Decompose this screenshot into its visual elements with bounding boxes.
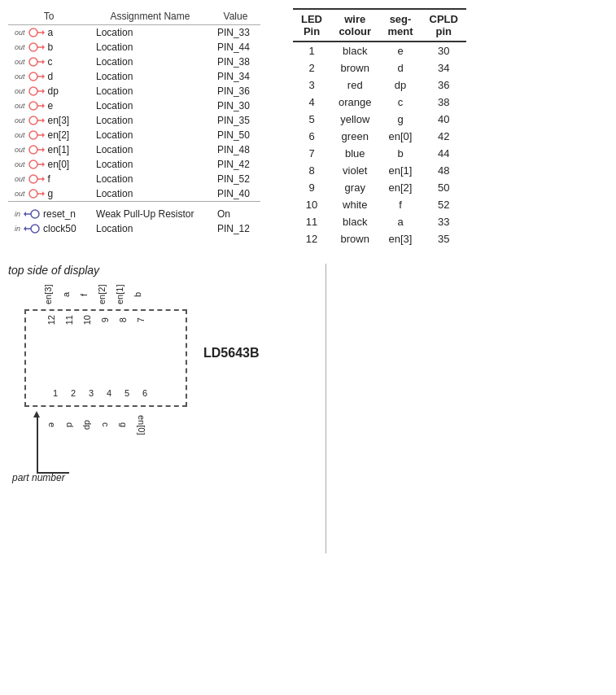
- row-assignment: Location: [90, 142, 211, 157]
- top-pin-label: en[1]: [111, 278, 129, 311]
- row-value: PIN_35: [211, 113, 260, 128]
- led-colour: brown: [330, 59, 379, 76]
- table-row: out f Location PIN_52: [8, 172, 260, 186]
- led-cpld: 50: [422, 179, 466, 196]
- bottom-pin-label: g: [111, 409, 129, 441]
- svg-point-36: [31, 210, 39, 218]
- table-row: out a Location PIN_33: [8, 25, 260, 41]
- led-cpld: 33: [422, 213, 466, 230]
- row-value: PIN_34: [211, 69, 260, 84]
- led-cpld: 30: [422, 42, 466, 59]
- svg-point-12: [29, 87, 37, 95]
- bottom-pin-label: e: [39, 409, 57, 441]
- svg-point-15: [29, 102, 37, 110]
- out-arrow-icon: [28, 101, 45, 111]
- row-name: out e: [8, 98, 90, 113]
- led-colour: black: [330, 213, 379, 230]
- led-colour: orange: [330, 94, 379, 111]
- led-table-row: 9 gray en[2] 50: [293, 179, 466, 196]
- led-pin: 4: [293, 94, 330, 111]
- led-cpld: 38: [422, 94, 466, 111]
- led-section: LEDPin wirecolour seg-ment CPLDpin 1 bla…: [277, 8, 466, 247]
- row-assignment: Location: [90, 186, 211, 202]
- led-pin: 10: [293, 196, 330, 213]
- out-arrow-icon: [28, 130, 45, 140]
- led-segment: en[3]: [379, 230, 421, 247]
- led-table-row: 3 red dp 36: [293, 76, 466, 94]
- table-row: out e Location PIN_30: [8, 98, 260, 113]
- led-pin: 3: [293, 76, 330, 94]
- chip-number-top: 8: [118, 315, 136, 325]
- svg-marker-20: [42, 118, 45, 123]
- svg-point-33: [29, 190, 37, 198]
- out-arrow-icon: [28, 160, 45, 169]
- svg-marker-41: [24, 226, 26, 231]
- bottom-pin-label: dp: [75, 409, 93, 441]
- col-assignment: Assignment Name: [90, 8, 211, 25]
- led-colour: black: [330, 42, 379, 59]
- row-name: out c: [8, 55, 90, 69]
- in-arrow-icon: [24, 209, 40, 219]
- bottom-pin-label: d: [57, 409, 75, 441]
- row-name: out a: [8, 25, 90, 41]
- col-value: Value: [211, 8, 260, 25]
- led-table-row: 8 violet en[1] 48: [293, 162, 466, 179]
- led-cpld: 34: [422, 59, 466, 76]
- led-colour: yellow: [330, 111, 379, 128]
- led-cpld: 35: [422, 230, 466, 247]
- svg-marker-14: [42, 89, 45, 94]
- out-arrow-icon: [28, 116, 45, 125]
- row-name: out en[1]: [8, 142, 90, 157]
- led-pin: 5: [293, 111, 330, 128]
- chip-diagram: en[3]afen[2]en[1]b 121110987 123456 LD56…: [8, 309, 260, 553]
- row-value: PIN_33: [211, 25, 260, 41]
- row-name: out en[2]: [8, 128, 90, 142]
- led-colour: red: [330, 76, 379, 94]
- led-colour: blue: [330, 145, 379, 162]
- led-cpld: 40: [422, 111, 466, 128]
- led-segment: d: [379, 59, 421, 76]
- led-table-row: 7 blue b 44: [293, 145, 466, 162]
- chip-number-top: 12: [46, 315, 64, 325]
- chip-number-top: 10: [82, 315, 100, 325]
- svg-marker-17: [42, 103, 45, 108]
- row-name: out dp: [8, 84, 90, 98]
- led-cpld: 36: [422, 76, 466, 94]
- led-pin: 8: [293, 162, 330, 179]
- out-arrow-icon: [28, 189, 45, 199]
- led-segment: f: [379, 196, 421, 213]
- model-label: LD5643B: [203, 346, 259, 361]
- chip-body: 121110987 123456: [24, 309, 187, 407]
- chip-number-bottom: 3: [82, 388, 100, 398]
- table-row: in reset_n Weak Pull-Up Resistor On: [8, 202, 260, 222]
- row-assignment: Location: [90, 221, 211, 236]
- table-row: out en[3] Location PIN_35: [8, 113, 260, 128]
- svg-point-6: [29, 58, 37, 66]
- row-assignment: Location: [90, 40, 211, 55]
- svg-marker-38: [24, 212, 26, 216]
- row-name: out b: [8, 40, 90, 55]
- led-table-row: 10 white f 52: [293, 196, 466, 213]
- svg-point-9: [29, 72, 37, 81]
- bottom-pin-label: en[0]: [129, 409, 146, 441]
- svg-marker-29: [42, 162, 45, 167]
- row-assignment: Weak Pull-Up Resistor: [90, 202, 211, 222]
- row-value: PIN_48: [211, 142, 260, 157]
- led-segment: e: [379, 42, 421, 59]
- chip-diagram-area: top side of display en[3]afen[2]en[1]b 1…: [8, 264, 285, 553]
- chip-number-bottom: 4: [100, 388, 118, 398]
- bottom-pin-labels: eddpcgen[0]: [39, 409, 146, 441]
- led-table-row: 4 orange c 38: [293, 94, 466, 111]
- svg-marker-32: [42, 177, 45, 181]
- led-table-row: 5 yellow g 40: [293, 111, 466, 128]
- in-arrow-icon: [24, 224, 40, 234]
- chip-number-top: 9: [100, 315, 118, 325]
- row-name: out en[3]: [8, 113, 90, 128]
- led-col-pin: LEDPin: [293, 9, 330, 42]
- svg-point-3: [29, 43, 37, 51]
- led-col-segment: seg-ment: [379, 9, 421, 42]
- led-segment: a: [379, 213, 421, 230]
- row-value: PIN_50: [211, 128, 260, 142]
- row-value: PIN_52: [211, 172, 260, 186]
- table-row: out en[0] Location PIN_42: [8, 157, 260, 172]
